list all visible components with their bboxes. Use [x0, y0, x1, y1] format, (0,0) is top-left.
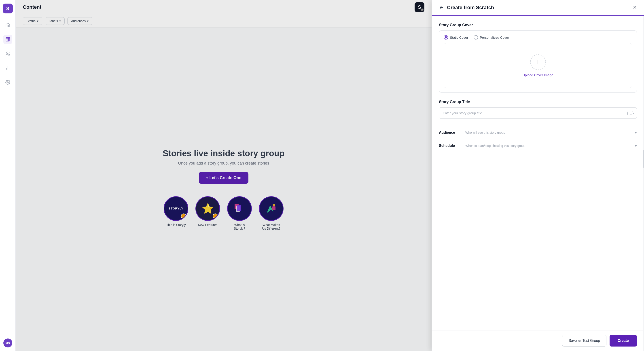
star-icon: ⭐ [202, 203, 214, 214]
status-filter-label: Status [26, 19, 36, 23]
variable-icon: {…} [627, 111, 634, 115]
headline-bold: story gr [237, 149, 269, 158]
upload-circle: + [530, 54, 546, 70]
sidebar-item-stories[interactable] [3, 35, 12, 44]
title-section: Story Group Title {…} [439, 100, 637, 119]
schedule-label: Schedule [439, 144, 461, 148]
chevron-down-icon: ▾ [87, 19, 88, 23]
page-title: Content [23, 4, 41, 10]
maps-icon [264, 202, 278, 215]
radio-static [444, 35, 448, 40]
svg-rect-8 [237, 205, 241, 211]
sidebar-item-home[interactable] [3, 20, 12, 30]
sidebar-item-analytics[interactable] [3, 64, 12, 72]
labels-filter-label: Labels [49, 19, 58, 23]
svg-point-5 [7, 82, 8, 83]
story-group-circle-different [259, 196, 284, 221]
story-group-label: What MakesUs Different? [262, 223, 280, 230]
chevron-down-icon: ▾ [635, 143, 637, 148]
cover-section-label: Story Group Cover [439, 23, 637, 27]
sidebar-item-audiences[interactable] [3, 49, 12, 58]
static-cover-label: Static Cover [450, 36, 468, 39]
topbar-logo-text: S [418, 4, 421, 10]
close-button[interactable]: ✕ [633, 5, 637, 10]
schedule-sub: When to start/stop showing this story gr… [465, 144, 525, 148]
drawer-header: Create from Scratch ✕ [432, 0, 644, 16]
radio-personalized [474, 35, 478, 40]
cover-options: Static Cover Personalized Cover [444, 35, 632, 40]
content-body: Stories live inside story group Once you… [16, 28, 432, 351]
top-bar: Content S ⚙ [16, 0, 432, 14]
story-group-circle-whatis [227, 196, 252, 221]
drawer-body: Story Group Cover Static Cover Personali… [432, 16, 644, 330]
topbar-logo: S ⚙ [414, 2, 424, 12]
create-from-scratch-drawer: Create from Scratch ✕ Story Group Cover … [432, 0, 644, 351]
title-input-wrap: {…} [439, 107, 637, 119]
list-item: ⭐ New Features [196, 196, 220, 230]
title-section-label: Story Group Title [439, 100, 637, 104]
schedule-accordion[interactable]: Schedule When to start/stop showing this… [439, 139, 637, 152]
drawer-title: Create from Scratch [447, 5, 494, 10]
status-filter[interactable]: Status ▾ [23, 17, 42, 25]
back-button[interactable] [439, 5, 444, 10]
list-item: What isStoryly? [227, 196, 252, 230]
cover-section: Story Group Cover Static Cover Personali… [439, 23, 637, 92]
drawer-footer: Save as Test Group Create [432, 330, 644, 351]
svg-point-1 [6, 52, 8, 54]
static-cover-option[interactable]: Static Cover [444, 35, 468, 40]
story-group-circle-newfeatures: ⭐ [196, 196, 220, 221]
story-group-label: New Features [198, 223, 217, 227]
accordion-left: Audience Who will see this story group [439, 130, 505, 134]
filters-bar: Status ▾ Labels ▾ Audiences ▾ [16, 14, 432, 28]
audience-label: Audience [439, 130, 461, 134]
personalized-cover-label: Personalized Cover [480, 36, 509, 39]
audiences-filter[interactable]: Audiences ▾ [67, 17, 92, 25]
cover-upload-area[interactable]: + Upload Cover Image [444, 43, 632, 88]
sidebar-avatar[interactable]: MS [3, 338, 12, 348]
personalized-cover-option[interactable]: Personalized Cover [474, 35, 509, 40]
logo-text: S [6, 6, 9, 11]
avatar-text: MS [6, 342, 10, 345]
headline-normal: Stories live inside [163, 149, 238, 158]
chevron-down-icon: ▾ [59, 19, 61, 23]
story-groups-preview: STORYLY This is Storyly ⭐ New Features [164, 196, 284, 230]
svg-rect-10 [272, 206, 276, 210]
audience-sub: Who will see this story group [465, 131, 505, 134]
sidebar-logo[interactable]: S ⚙ [3, 4, 13, 14]
labels-filter[interactable]: Labels ▾ [45, 17, 64, 25]
apps-icon [233, 202, 246, 215]
drawer-header-left: Create from Scratch [439, 5, 494, 10]
chevron-down-icon: ▾ [37, 19, 38, 23]
sidebar-item-settings[interactable] [3, 78, 12, 87]
story-group-label: What isStoryly? [234, 223, 245, 230]
svg-rect-0 [6, 38, 10, 41]
audiences-filter-label: Audiences [71, 19, 86, 23]
main-area: Content S ⚙ Status ▾ Labels ▾ Audiences … [16, 0, 432, 351]
empty-state-subtext: Once you add a story group, you can crea… [163, 161, 285, 166]
audience-accordion[interactable]: Audience Who will see this story group ▾ [439, 126, 637, 139]
list-item: STORYLY This is Storyly [164, 196, 188, 230]
scrollbar-thumb [643, 150, 644, 168]
accordion-left: Schedule When to start/stop showing this… [439, 144, 525, 148]
empty-state: Stories live inside story group Once you… [163, 149, 285, 184]
save-as-test-group-button[interactable]: Save as Test Group [562, 335, 606, 346]
sidebar: S ⚙ MS [0, 0, 16, 351]
chevron-down-icon: ▾ [635, 130, 637, 135]
story-group-circle-storyly: STORYLY [164, 196, 188, 221]
badge [213, 214, 218, 219]
upload-link[interactable]: Upload Cover Image [522, 73, 554, 77]
story-group-label: This is Storyly [166, 223, 186, 227]
list-item: What MakesUs Different? [259, 196, 284, 230]
create-button[interactable]: Create [610, 335, 637, 346]
empty-state-headline: Stories live inside story group [163, 149, 285, 158]
lets-create-one-button[interactable]: + Let's Create One [199, 172, 248, 184]
svg-point-11 [272, 204, 275, 206]
plus-icon: + [536, 58, 540, 66]
radio-inner [445, 36, 447, 38]
scrollbar-track[interactable] [643, 16, 644, 351]
story-group-title-input[interactable] [439, 107, 637, 119]
badge [181, 214, 186, 219]
audience-section: Audience Who will see this story group ▾… [439, 126, 637, 152]
